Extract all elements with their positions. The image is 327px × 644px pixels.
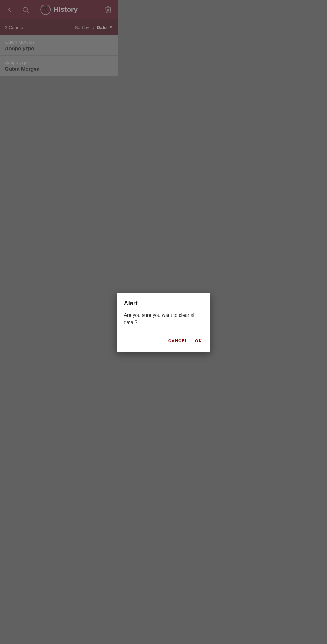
alert-dialog: Alert Are you sure you want to clear all… [117, 293, 118, 294]
dialog-overlay: Alert Are you sure you want to clear all… [0, 0, 118, 293]
